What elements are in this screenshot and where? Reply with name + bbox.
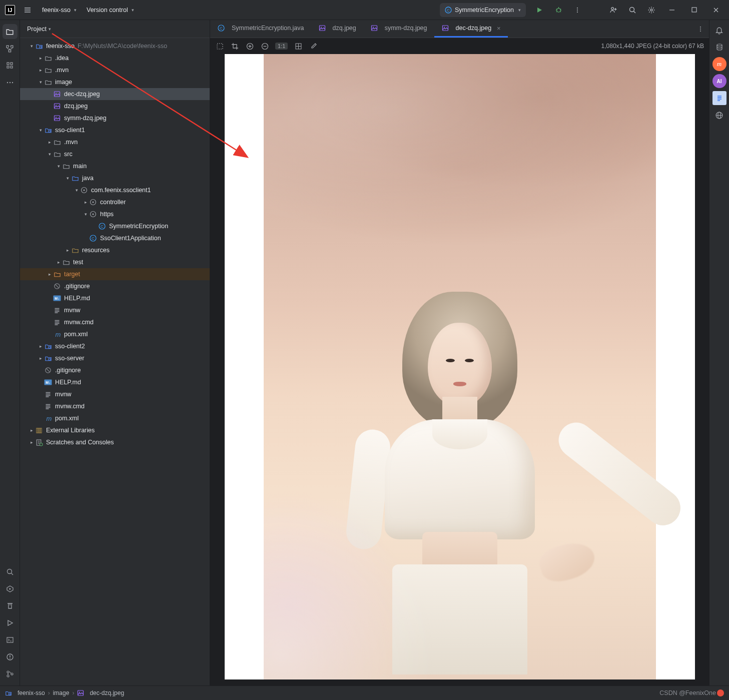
- run-button[interactable]: [531, 2, 548, 19]
- search-everywhere-button[interactable]: [624, 2, 641, 19]
- project-name-dropdown[interactable]: feenix-sso▾: [38, 3, 81, 18]
- tree-row[interactable]: mvnw.cmd: [20, 316, 210, 328]
- tree-arrow-icon[interactable]: ▸: [37, 68, 44, 73]
- tree-row[interactable]: ▸target: [20, 268, 210, 280]
- editor-tab[interactable]: dec-dzq.jpeg×: [434, 20, 508, 38]
- tree-row[interactable]: ▸.mvn: [20, 136, 210, 148]
- maximize-button[interactable]: [684, 2, 704, 19]
- select-tool-icon[interactable]: [215, 42, 224, 51]
- run-tool-button[interactable]: [3, 615, 18, 630]
- git-tool-button[interactable]: [3, 666, 18, 681]
- tree-row[interactable]: ▸.idea: [20, 52, 210, 64]
- http-client-button[interactable]: [712, 108, 726, 122]
- tree-arrow-icon[interactable]: ▾: [73, 188, 80, 193]
- terminal-tool-button[interactable]: [3, 632, 18, 647]
- bookmarks-tool-button[interactable]: [3, 58, 18, 73]
- tree-row[interactable]: ▸test: [20, 256, 210, 268]
- more-actions-button[interactable]: [569, 2, 586, 19]
- tree-row[interactable]: ▾feenix-ssoF:\MyNuts\MCA\code\feenix-sso: [20, 40, 210, 52]
- tree-arrow-icon[interactable]: ▾: [82, 212, 89, 217]
- zoom-ratio-label[interactable]: 1:1: [275, 43, 288, 50]
- tree-row[interactable]: ▾https: [20, 208, 210, 220]
- editor-tab[interactable]: dzq.jpeg: [311, 20, 363, 38]
- main-menu-button[interactable]: [19, 2, 36, 19]
- structure-tool-button[interactable]: [3, 41, 18, 56]
- tree-row[interactable]: M↓HELP.md: [20, 376, 210, 388]
- tree-row[interactable]: mvnw: [20, 388, 210, 400]
- zoom-out-icon[interactable]: [260, 42, 269, 51]
- tree-row[interactable]: ▾com.feenix.ssoclient1: [20, 184, 210, 196]
- tree-arrow-icon[interactable]: ▸: [37, 356, 44, 361]
- tree-arrow-icon[interactable]: ▸: [28, 428, 35, 433]
- tree-arrow-icon[interactable]: ▾: [28, 44, 35, 49]
- problems-tool-button[interactable]: [3, 649, 18, 664]
- breadcrumb-item[interactable]: dec-dzq.jpeg: [77, 689, 124, 696]
- tree-row[interactable]: mpom.xml: [20, 412, 210, 424]
- tree-row[interactable]: dzq.jpeg: [20, 100, 210, 112]
- tree-row[interactable]: symm-dzq.jpeg: [20, 112, 210, 124]
- tree-arrow-icon[interactable]: ▾: [46, 152, 53, 157]
- project-tool-button[interactable]: [3, 24, 18, 39]
- tree-arrow-icon[interactable]: ▸: [64, 248, 71, 253]
- services-tool-button[interactable]: [3, 581, 18, 596]
- project-tree[interactable]: ▾feenix-ssoF:\MyNuts\MCA\code\feenix-sso…: [20, 38, 210, 685]
- vcs-dropdown[interactable]: Version control▾: [83, 3, 138, 18]
- more-tools-button[interactable]: [3, 75, 18, 90]
- build-tool-button[interactable]: [3, 598, 18, 613]
- editor-tab[interactable]: symm-dzq.jpeg: [363, 20, 434, 38]
- notifications-button[interactable]: [712, 23, 726, 37]
- tree-row[interactable]: CSsoClient1Application: [20, 232, 210, 244]
- tree-row[interactable]: ▸sso-client2: [20, 340, 210, 352]
- tree-row[interactable]: ▸controller: [20, 196, 210, 208]
- tree-arrow-icon[interactable]: ▾: [37, 128, 44, 133]
- tree-arrow-icon[interactable]: ▾: [55, 164, 62, 169]
- tree-row[interactable]: CSymmetricEncryption: [20, 220, 210, 232]
- tree-row[interactable]: ▾main: [20, 160, 210, 172]
- notes-tool-button[interactable]: [712, 91, 726, 105]
- tree-row[interactable]: mvnw.cmd: [20, 400, 210, 412]
- breadcrumb-item[interactable]: image: [53, 689, 70, 696]
- tree-row[interactable]: mpom.xml: [20, 328, 210, 340]
- tab-close-icon[interactable]: ×: [497, 25, 501, 32]
- tree-arrow-icon[interactable]: ▸: [82, 200, 89, 205]
- tree-arrow-icon[interactable]: ▸: [37, 56, 44, 61]
- tree-row[interactable]: ▸Scratches and Consoles: [20, 436, 210, 448]
- tree-row[interactable]: ▸resources: [20, 244, 210, 256]
- breadcrumbs[interactable]: feenix-sso›image›dec-dzq.jpeg: [5, 689, 124, 696]
- tree-row[interactable]: M↓HELP.md: [20, 292, 210, 304]
- tree-arrow-icon[interactable]: ▸: [37, 344, 44, 349]
- tree-row[interactable]: .gitignore: [20, 364, 210, 376]
- maven-tool-button[interactable]: m: [712, 57, 726, 71]
- debug-button[interactable]: [550, 2, 567, 19]
- tree-arrow-icon[interactable]: ▸: [46, 272, 53, 277]
- tree-row[interactable]: ▾image: [20, 76, 210, 88]
- tree-arrow-icon[interactable]: ▾: [37, 80, 44, 85]
- tree-row[interactable]: ▾java: [20, 172, 210, 184]
- tree-row[interactable]: ▸.mvn: [20, 64, 210, 76]
- project-panel-header[interactable]: Project ▾: [20, 20, 210, 38]
- tree-row[interactable]: ▾src: [20, 148, 210, 160]
- color-picker-icon[interactable]: [309, 42, 318, 51]
- minimize-button[interactable]: [662, 2, 682, 19]
- run-config-dropdown[interactable]: C SymmetricEncryption ▾: [440, 3, 526, 17]
- tree-row[interactable]: dec-dzq.jpeg: [20, 88, 210, 100]
- crop-tool-icon[interactable]: [230, 42, 239, 51]
- breadcrumb-item[interactable]: feenix-sso: [5, 689, 45, 696]
- tabs-more-button[interactable]: [692, 20, 709, 38]
- settings-button[interactable]: [643, 2, 660, 19]
- close-window-button[interactable]: [706, 2, 726, 19]
- code-with-me-button[interactable]: [605, 2, 622, 19]
- tree-arrow-icon[interactable]: ▸: [55, 260, 62, 265]
- tree-arrow-icon[interactable]: ▸: [46, 140, 53, 145]
- tree-row[interactable]: .gitignore: [20, 280, 210, 292]
- tree-arrow-icon[interactable]: ▾: [64, 176, 71, 181]
- editor-tab[interactable]: CSymmetricEncryption.java: [210, 20, 311, 38]
- ai-assistant-button[interactable]: AI: [712, 74, 726, 88]
- find-tool-button[interactable]: [3, 564, 18, 579]
- tree-row[interactable]: ▾sso-client1: [20, 124, 210, 136]
- tree-arrow-icon[interactable]: ▸: [28, 440, 35, 445]
- image-canvas[interactable]: [210, 54, 709, 685]
- grid-toggle-icon[interactable]: [294, 42, 303, 51]
- tree-row[interactable]: ▸sso-server: [20, 352, 210, 364]
- zoom-in-icon[interactable]: [245, 42, 254, 51]
